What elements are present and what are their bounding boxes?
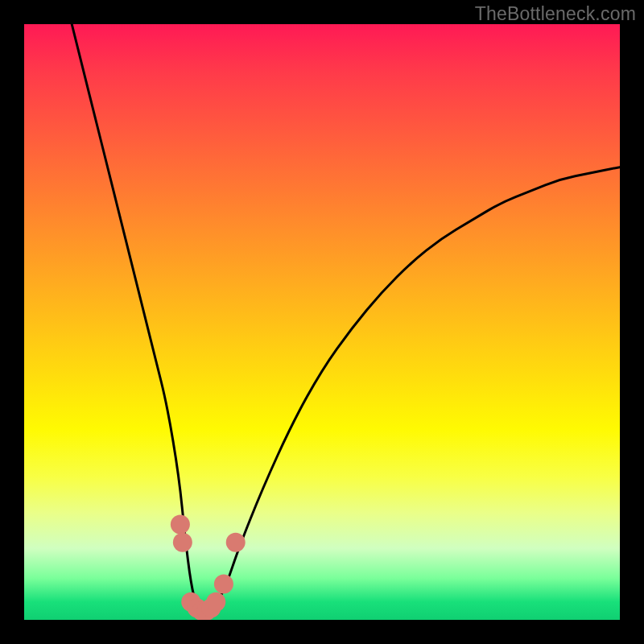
watermark-text: TheBottleneck.com [475,3,636,25]
marker-dot [171,515,190,535]
marker-dot [226,533,246,552]
chart-svg [24,24,620,620]
highlighted-points [171,515,246,620]
chart-plot-area [24,24,620,620]
marker-dot [214,575,233,594]
marker-dot [173,533,192,552]
bottleneck-curve [72,24,620,614]
marker-dot [206,592,225,612]
